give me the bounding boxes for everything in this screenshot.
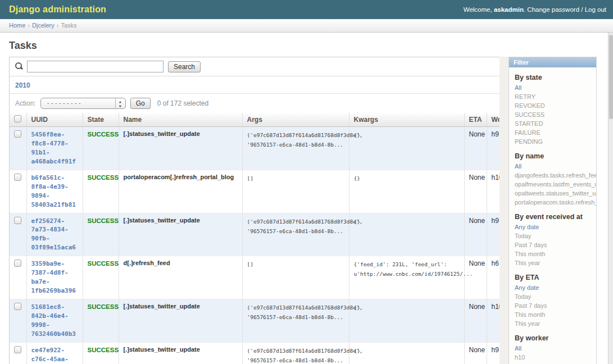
column-header-state[interactable]: State [83, 113, 119, 127]
breadcrumb-home[interactable]: Home [9, 22, 25, 29]
column-header-eta[interactable]: ETA [464, 113, 487, 127]
task-state: SUCCESS [88, 303, 119, 310]
task-name: d[.]refresh_feed [119, 256, 242, 299]
search-button[interactable]: Search [168, 61, 201, 72]
row-checkbox[interactable] [14, 174, 21, 181]
task-kwargs: {} [349, 170, 464, 213]
row-checkbox[interactable] [14, 217, 21, 224]
filter-option-list: Allh10h8h6 [509, 344, 596, 364]
row-checkbox[interactable] [14, 346, 21, 353]
change-password-link[interactable]: Change password [527, 6, 579, 13]
task-eta: None [464, 170, 487, 213]
filter-option[interactable]: portaloperacom.tasks.refresh_portal [509, 198, 596, 207]
changelist: Search 2010 Action: ---------▲▼ Go 0 of … [0, 57, 613, 364]
filter-option[interactable]: STARTED [509, 119, 596, 128]
task-uuid-link[interactable]: ef256274-7a73-4834-90fb-03f89e15aca6 [31, 217, 76, 252]
date-hierarchy-year-link[interactable]: 2010 [15, 81, 30, 89]
filter-option[interactable]: Any date [509, 283, 596, 292]
filter-option[interactable]: All [509, 344, 596, 353]
filter-option[interactable]: opalfmevents.lastfm_events_update [509, 180, 596, 189]
window-scrollbar[interactable] [608, 33, 613, 364]
actions-bar: Action: ---------▲▼ Go 0 of 172 selected [10, 94, 508, 113]
task-args: ('e97c687d13d87f614a6d81768d8f3d8e', '96… [242, 127, 349, 170]
column-header-args[interactable]: Args [242, 113, 349, 127]
filter-option[interactable]: opaltweets.statuses_twitter_update [509, 189, 596, 198]
task-uuid-link[interactable]: 3359ba9e-7387-4d8f-ba7e-1fb6269ba396 [31, 260, 76, 294]
action-counter: 0 of 172 selected [157, 99, 208, 107]
breadcrumb-app[interactable]: Djcelery [32, 22, 55, 29]
filter-option[interactable]: Today [509, 231, 596, 240]
column-header-uuid[interactable]: UUID [26, 113, 83, 127]
task-args: [] [242, 170, 349, 213]
task-eta: None [464, 299, 487, 343]
select-stepper-icon: ▲▼ [115, 98, 125, 108]
breadcrumb-separator: › [28, 22, 30, 29]
filter-option[interactable]: This year [509, 319, 596, 328]
column-header-name[interactable]: Name [119, 113, 242, 127]
task-state: SUCCESS [88, 260, 119, 267]
filter-option[interactable]: Past 7 days [509, 301, 596, 310]
filter-option[interactable]: FAILURE [509, 128, 596, 137]
filter-section-title: By event received at [515, 213, 596, 221]
task-args: ('e97c687d13d87f614a6d81768d8f3d8e', '96… [242, 213, 349, 256]
task-args: [] [242, 256, 349, 299]
logout-link[interactable]: Log out [585, 6, 606, 13]
row-checkbox[interactable] [14, 130, 21, 138]
filter-option[interactable]: RETRY [509, 92, 596, 101]
task-name: [.]statuses_twitter_update [119, 127, 242, 170]
filter-gutter [500, 57, 508, 364]
user-tools-separator: / [579, 6, 585, 13]
filter-option-list: Alldjangofeeds.tasks.refresh_feedopalfme… [509, 162, 596, 207]
task-name: portaloperacom[.]refresh_portal_blog [119, 170, 242, 213]
filter-option[interactable]: Today [509, 292, 596, 301]
search-input[interactable] [27, 61, 164, 72]
search-icon [15, 62, 22, 70]
welcome-text: Welcome, [464, 6, 494, 13]
task-eta: None [464, 127, 487, 170]
task-state: SUCCESS [88, 347, 119, 353]
select-all-checkbox[interactable] [14, 115, 21, 122]
filter-option[interactable]: h8 [509, 362, 596, 364]
username: askadmin [494, 6, 524, 13]
column-header-kwargs[interactable]: Kwargs [349, 113, 464, 127]
table-row: 51681ec8-842b-46e4-9998-7632460b40b3 SUC… [10, 299, 509, 343]
filter-option[interactable]: h10 [509, 353, 596, 362]
filter-option-list: Any dateTodayPast 7 daysThis monthThis y… [509, 222, 596, 267]
task-uuid-link[interactable]: 5456f8ea-f8c8-4778-91b1-a468abc4f91f [31, 131, 76, 165]
filter-option[interactable]: This year [509, 258, 596, 267]
action-label: Action: [15, 99, 36, 107]
filter-option[interactable]: SUCCESS [509, 110, 596, 119]
filter-option[interactable]: djangofeeds.tasks.refresh_feed [509, 171, 596, 180]
row-checkbox[interactable] [14, 260, 21, 267]
task-args: ('e97c687d13d87f614a6d81768d8f3d8e', '96… [242, 299, 349, 343]
task-uuid-link[interactable]: b6fa561c-8f8a-4e39-9894-58403a21fb81 [31, 174, 76, 208]
task-eta: None [464, 342, 487, 364]
task-name: [.]statuses_twitter_update [119, 342, 242, 364]
user-tools: Welcome, askadmin. Change password / Log… [464, 6, 606, 13]
task-name: [.]statuses_twitter_update [119, 213, 242, 256]
table-header-row: UUID State Name Args Kwargs ETA Worker [10, 113, 509, 127]
filter-section-title: By ETA [515, 274, 596, 281]
breadcrumb-current: Tasks [61, 22, 76, 29]
filter-option[interactable]: This month [509, 249, 596, 258]
breadcrumb-separator: › [57, 22, 59, 29]
filter-option[interactable]: All [509, 162, 596, 171]
action-select[interactable]: ---------▲▼ [40, 98, 126, 109]
filter-option[interactable]: Past 7 days [509, 240, 596, 249]
filter-option[interactable]: PENDING [509, 137, 596, 146]
search-bar: Search [10, 57, 508, 76]
filter-option[interactable]: All [509, 83, 596, 92]
go-button[interactable]: Go [130, 98, 151, 109]
row-checkbox[interactable] [14, 303, 21, 310]
filter-option[interactable]: REVOKED [509, 101, 596, 110]
task-kwargs: {} [349, 127, 464, 170]
scrollbar-thumb[interactable] [609, 35, 613, 119]
filter-panel: Filter By stateAllRETRYREVOKEDSUCCESSSTA… [508, 57, 597, 364]
filter-option[interactable]: Any date [509, 222, 596, 231]
task-uuid-link[interactable]: 51681ec8-842b-46e4-9998-7632460b40b3 [31, 303, 76, 338]
filter-option[interactable]: This month [509, 310, 596, 319]
table-row: ef256274-7a73-4834-90fb-03f89e15aca6 SUC… [10, 213, 509, 256]
filter-panel-title: Filter [509, 57, 596, 67]
filter-option-list: Any dateTodayPast 7 daysThis monthThis y… [509, 283, 596, 328]
task-uuid-link[interactable]: ce47e922-c76c-45aa-8885-c2d853e05dbb [31, 347, 76, 364]
